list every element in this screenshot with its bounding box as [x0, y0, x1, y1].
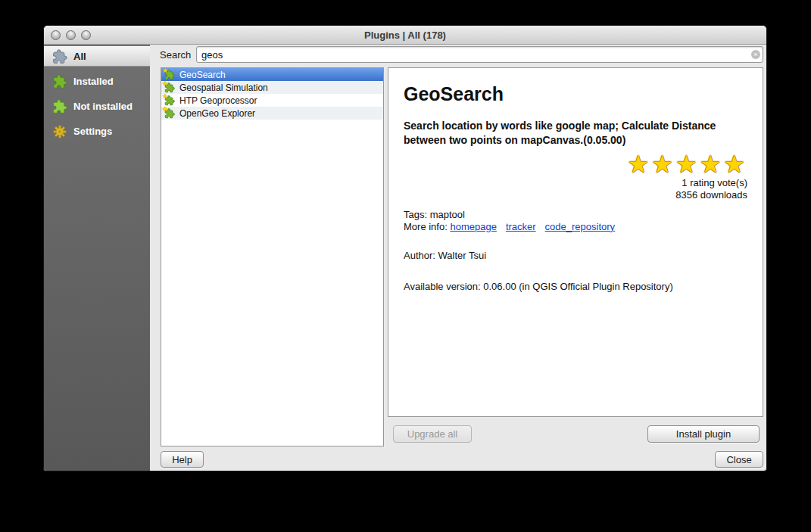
sidebar-item-label: Installed	[73, 76, 114, 87]
help-button[interactable]: Help	[161, 451, 204, 468]
more-info-label: More info:	[404, 221, 450, 232]
puzzle-icon	[52, 49, 67, 64]
plugin-list: ★ GeoSearch ★ Geospatial Simulation ★ HT…	[161, 67, 384, 446]
close-button[interactable]: Close	[715, 451, 763, 468]
rating-votes: 1 rating vote(s)	[404, 177, 747, 189]
sidebar-item-settings[interactable]: Settings	[44, 121, 150, 142]
search-input[interactable]	[196, 46, 763, 63]
sidebar: All Installed Not installed	[44, 45, 150, 471]
more-info-line: More info: homepagetrackercode_repositor…	[404, 221, 747, 233]
author-line: Author: Walter Tsui	[404, 250, 747, 262]
search-clear-icon[interactable]: ×	[751, 50, 760, 59]
plugin-name: GeoSearch	[179, 70, 226, 80]
sidebar-item-installed[interactable]: Installed	[44, 71, 150, 92]
tags-label: Tags:	[404, 209, 430, 220]
plugin-puzzle-icon: ★	[164, 95, 175, 106]
plugin-name: HTP Geoprocessor	[179, 95, 257, 106]
minimize-window-button[interactable]	[66, 30, 76, 40]
star-badge-icon: ★	[162, 105, 168, 113]
plugin-puzzle-icon: ★	[164, 82, 175, 93]
plugin-puzzle-icon: ★	[164, 70, 175, 80]
tags-value: maptool	[430, 209, 465, 220]
downloads-count: 8356 downloads	[404, 189, 747, 201]
tracker-link[interactable]: tracker	[506, 221, 536, 232]
list-item[interactable]: ★ HTP Geoprocessor	[161, 94, 383, 107]
star-badge-icon: ★	[162, 67, 168, 74]
list-item[interactable]: ★ GeoSearch	[161, 68, 383, 81]
homepage-link[interactable]: homepage	[450, 221, 496, 232]
star-badge-icon: ★	[162, 92, 168, 100]
upgrade-all-button[interactable]: Upgrade all	[393, 425, 472, 443]
list-item[interactable]: ★ Geospatial Simulation	[161, 81, 383, 94]
search-label: Search	[160, 49, 191, 61]
plugin-puzzle-icon: ★	[164, 108, 175, 119]
zoom-window-button[interactable]	[81, 30, 91, 40]
plugins-window: Plugins | All (178) All Installed Not in…	[43, 25, 767, 471]
window-title: Plugins | All (178)	[364, 30, 446, 41]
install-plugin-button[interactable]: Install plugin	[647, 425, 760, 443]
sidebar-item-label: All	[73, 51, 86, 62]
plugin-name: OpenGeo Explorer	[179, 108, 255, 119]
tags-line: Tags: maptool	[404, 209, 747, 221]
window-controls	[51, 30, 91, 40]
plugin-name: Geospatial Simulation	[179, 82, 268, 93]
sidebar-item-label: Settings	[73, 126, 112, 137]
code-repository-link[interactable]: code_repository	[545, 221, 616, 232]
plugin-title: GeoSearch	[404, 83, 747, 105]
star-badge-icon: ★	[162, 79, 168, 87]
rating-stars: ★★★★★	[404, 152, 747, 178]
installed-puzzle-icon	[52, 74, 67, 89]
titlebar: Plugins | All (178)	[44, 26, 766, 45]
available-version-line: Available version: 0.06.00 (in QGIS Offi…	[404, 281, 747, 293]
list-item[interactable]: ★ OpenGeo Explorer	[161, 107, 383, 120]
close-window-button[interactable]	[51, 30, 61, 40]
sidebar-item-all[interactable]: All	[44, 46, 150, 67]
sidebar-item-label: Not installed	[73, 101, 133, 112]
sidebar-item-not-installed[interactable]: Not installed	[44, 96, 150, 117]
gear-icon	[52, 124, 67, 139]
not-installed-puzzle-icon	[52, 99, 67, 114]
plugin-details-panel: GeoSearch Search location by words like …	[388, 67, 763, 417]
plugin-description: Search location by words like google map…	[404, 119, 747, 148]
